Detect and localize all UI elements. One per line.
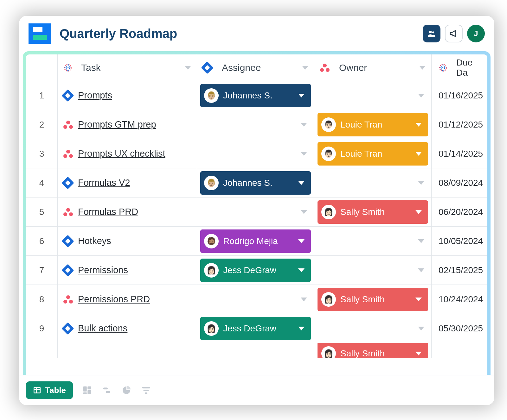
assignee-cell[interactable] [197, 343, 314, 358]
task-cell[interactable]: Formulas PRD [58, 197, 197, 226]
task-cell[interactable]: Permissions [58, 256, 197, 285]
assignee-chip[interactable]: 👨🏼 Johannes S. [200, 84, 311, 107]
task-link[interactable]: Prompts GTM prep [78, 119, 156, 130]
due-cell[interactable]: 10/24/2024 [432, 285, 487, 314]
owner-cell[interactable] [314, 168, 432, 197]
avatar-initial: J [474, 29, 478, 38]
chevron-down-icon [298, 327, 305, 330]
chevron-down-icon[interactable] [418, 239, 424, 243]
assignee-cell[interactable]: 👨🏼 Johannes S. [197, 81, 314, 110]
task-cell[interactable]: Prompts GTM prep [58, 110, 197, 139]
row-number: 4 [26, 168, 58, 197]
owner-cell[interactable] [314, 314, 432, 343]
owner-cell[interactable] [314, 227, 432, 255]
megaphone-icon [449, 29, 459, 38]
due-cell[interactable]: 01/12/2025 [432, 110, 487, 139]
owner-cell[interactable]: 👨🏻 Louie Tran [314, 110, 432, 139]
owner-cell[interactable]: 👩🏻 Sally Smith [314, 285, 432, 314]
chevron-down-icon[interactable] [418, 181, 424, 185]
svg-point-5 [440, 64, 446, 71]
task-link[interactable]: Bulk actions [78, 323, 127, 334]
chevron-down-icon[interactable] [301, 123, 307, 127]
column-header-owner[interactable]: Owner [314, 54, 432, 81]
task-cell[interactable]: Prompts UX checklist [58, 139, 197, 168]
column-label: Due Da [456, 58, 482, 78]
view-table-label: Table [45, 386, 66, 395]
task-link[interactable]: Prompts UX checklist [78, 148, 165, 159]
assignee-cell[interactable] [197, 197, 314, 226]
task-link[interactable]: Hotkeys [78, 236, 111, 246]
due-cell[interactable]: 08/09/2024 [432, 168, 487, 197]
owner-cell[interactable]: 👩🏻 Sally Smith [314, 197, 432, 226]
share-button[interactable] [423, 25, 440, 42]
assignee-cell[interactable] [197, 285, 314, 314]
chevron-down-icon [415, 123, 422, 127]
task-link[interactable]: Permissions PRD [78, 294, 150, 304]
due-cell[interactable]: 01/14/2025 [432, 139, 487, 168]
column-header-task[interactable]: Task [58, 54, 197, 81]
user-avatar[interactable]: J [467, 25, 485, 42]
due-cell[interactable]: 06/20/2024 [432, 197, 487, 226]
chevron-down-icon[interactable] [418, 327, 424, 330]
assignee-chip[interactable]: 🧔🏽 Rodrigo Mejia [200, 229, 311, 253]
chevron-down-icon[interactable] [418, 94, 424, 97]
due-cell[interactable] [432, 343, 487, 358]
view-board-button[interactable] [82, 385, 93, 396]
owner-cell[interactable] [314, 256, 432, 285]
person-avatar-icon: 👨🏻 [321, 147, 336, 161]
chevron-down-icon [415, 352, 422, 355]
owner-cell[interactable] [314, 81, 432, 110]
chevron-down-icon[interactable] [301, 210, 307, 214]
task-link[interactable]: Prompts [78, 90, 112, 101]
task-link[interactable]: Formulas V2 [78, 178, 130, 188]
due-cell[interactable]: 10/05/2024 [432, 227, 487, 255]
assignee-chip[interactable]: 👨🏼 Johannes S. [200, 171, 311, 195]
owner-chip[interactable]: 👨🏻 Louie Tran [318, 113, 428, 136]
chevron-down-icon[interactable] [418, 268, 424, 272]
app-window: Quarterly Roadmap J Task Assignee Owner [19, 16, 494, 405]
assignee-cell[interactable]: 🧔🏽 Rodrigo Mejia [197, 227, 314, 255]
task-cell[interactable]: Bulk actions [58, 314, 197, 343]
view-chart-button[interactable] [121, 385, 132, 396]
view-filter-button[interactable] [141, 385, 151, 396]
svg-rect-17 [145, 392, 148, 394]
due-cell[interactable]: 01/16/2025 [432, 81, 487, 110]
chevron-down-icon[interactable] [301, 298, 307, 301]
assignee-cell[interactable]: 👩🏻 Jess DeGraw [197, 256, 314, 285]
task-link[interactable]: Permissions [78, 265, 128, 275]
owner-chip[interactable]: 👩🏻 Sally Smith [318, 200, 428, 224]
owner-cell[interactable]: 👩🏻 Sally Smith [314, 343, 432, 358]
row-number [26, 343, 58, 358]
view-timeline-button[interactable] [101, 385, 112, 396]
svg-rect-11 [87, 390, 91, 394]
assignee-chip[interactable]: 👩🏻 Jess DeGraw [200, 259, 311, 282]
task-cell[interactable] [58, 343, 197, 358]
announce-button[interactable] [445, 25, 463, 42]
table-row: 1 Prompts 👨🏼 Johannes S. 01/16/2025 [26, 81, 487, 110]
task-cell[interactable]: Permissions PRD [58, 285, 197, 314]
task-cell[interactable]: Formulas V2 [58, 168, 197, 197]
task-cell[interactable]: Hotkeys [58, 227, 197, 255]
due-cell[interactable]: 02/15/2025 [432, 256, 487, 285]
view-table-button[interactable]: Table [26, 381, 73, 399]
due-cell[interactable]: 05/30/2025 [432, 314, 487, 343]
column-header-assignee[interactable]: Assignee [197, 54, 314, 81]
assignee-cell[interactable]: 👨🏼 Johannes S. [197, 168, 314, 197]
assignee-chip[interactable]: 👩🏻 Jess DeGraw [200, 317, 311, 340]
chevron-down-icon[interactable] [301, 152, 307, 156]
task-link[interactable]: Formulas PRD [78, 207, 138, 217]
assignee-cell[interactable]: 👩🏻 Jess DeGraw [197, 314, 314, 343]
diamond-icon [201, 61, 214, 74]
owner-chip[interactable]: 👩🏻 Sally Smith [318, 288, 428, 311]
owner-cell[interactable]: 👨🏻 Louie Tran [314, 139, 432, 168]
assignee-cell[interactable] [197, 139, 314, 168]
table-row: 4 Formulas V2 👨🏼 Johannes S. 08/09/2024 [26, 168, 487, 197]
person-avatar-icon: 👨🏼 [204, 176, 219, 190]
column-label: Task [81, 62, 101, 73]
assignee-cell[interactable] [197, 110, 314, 139]
column-header-due[interactable]: Due Da [432, 54, 487, 81]
chevron-down-icon [415, 298, 422, 301]
task-cell[interactable]: Prompts [58, 81, 197, 110]
owner-chip[interactable]: 👨🏻 Louie Tran [318, 142, 428, 166]
owner-chip[interactable]: 👩🏻 Sally Smith [318, 343, 428, 358]
